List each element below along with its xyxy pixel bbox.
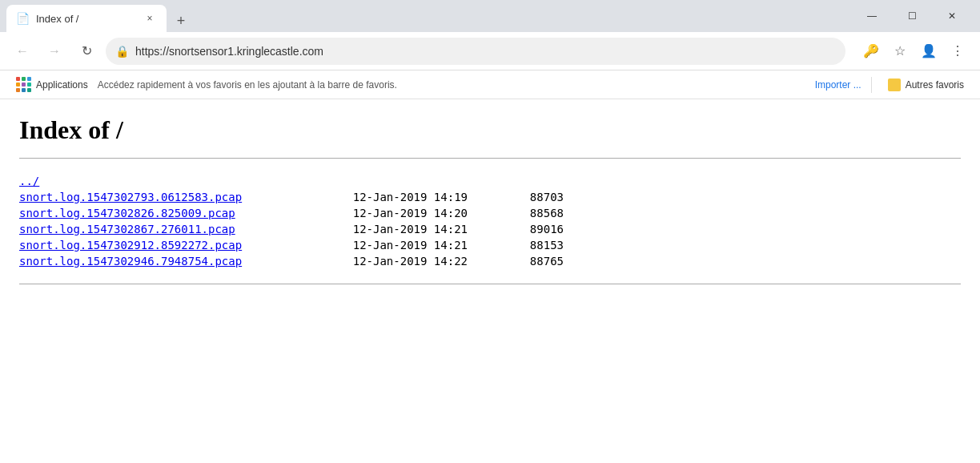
page-content: Index of / ../snort.log.1547302793.06125…	[0, 99, 980, 463]
key-icon[interactable]: 🔑	[858, 38, 884, 64]
applications-button[interactable]: Applications	[10, 74, 94, 95]
forward-button[interactable]: →	[42, 38, 67, 64]
file-size: 88568	[500, 207, 564, 219]
file-link[interactable]: snort.log.1547302826.825009.pcap	[19, 207, 323, 219]
file-link[interactable]: ../	[19, 175, 323, 187]
file-date: 12-Jan-2019 14:22	[323, 255, 500, 268]
window-controls: — ☐ ✕	[853, 4, 974, 28]
page-title: Index of /	[19, 115, 961, 145]
tab-favicon-icon: 📄	[16, 12, 30, 25]
file-link[interactable]: snort.log.1547302867.276011.pcap	[19, 223, 323, 236]
back-button[interactable]: ←	[10, 38, 35, 64]
table-row: snort.log.1547302946.7948754.pcap12-Jan-…	[19, 255, 961, 268]
file-size: 88765	[500, 255, 564, 268]
file-link[interactable]: snort.log.1547302793.0612583.pcap	[19, 191, 323, 203]
menu-icon[interactable]: ⋮	[945, 38, 970, 64]
profile-icon[interactable]: 👤	[916, 38, 942, 64]
active-tab[interactable]: 📄 Index of / ×	[6, 5, 167, 32]
file-date: 12-Jan-2019 14:21	[323, 239, 500, 252]
other-favorites-button[interactable]: Autres favoris	[882, 75, 970, 95]
tab-title: Index of /	[36, 13, 136, 25]
bookmarks-hint: Accédez rapidement à vos favoris en les …	[98, 79, 812, 91]
file-size: 88153	[500, 239, 564, 252]
titlebar: 📄 Index of / × + — ☐ ✕	[0, 0, 980, 32]
lock-icon: 🔒	[115, 45, 129, 58]
file-size: 88703	[500, 191, 564, 203]
bookmarks-divider	[871, 77, 872, 93]
table-row: snort.log.1547302826.825009.pcap12-Jan-2…	[19, 207, 961, 219]
table-row: snort.log.1547302912.8592272.pcap12-Jan-…	[19, 239, 961, 252]
top-divider	[19, 158, 961, 159]
star-icon[interactable]: ☆	[887, 38, 913, 64]
table-row: ../	[19, 175, 961, 187]
url-actions: 🔑 ☆ 👤 ⋮	[858, 38, 970, 64]
file-size: 89016	[500, 223, 564, 236]
table-row: snort.log.1547302867.276011.pcap12-Jan-2…	[19, 223, 961, 236]
file-date: 12-Jan-2019 14:21	[323, 223, 500, 236]
table-row: snort.log.1547302793.0612583.pcap12-Jan-…	[19, 191, 961, 203]
bottom-divider	[19, 284, 961, 284]
file-link[interactable]: snort.log.1547302912.8592272.pcap	[19, 239, 323, 252]
close-button[interactable]: ✕	[934, 4, 970, 28]
other-favorites-label: Autres favoris	[906, 79, 964, 91]
file-link[interactable]: snort.log.1547302946.7948754.pcap	[19, 255, 323, 268]
file-date: 12-Jan-2019 14:19	[323, 191, 500, 203]
bookmarks-bar: Applications Accédez rapidement à vos fa…	[0, 70, 980, 99]
url-bar[interactable]: 🔒 https://snortsensor1.kringlecastle.com	[106, 38, 845, 65]
folder-icon	[888, 79, 901, 91]
apps-grid-icon	[16, 77, 31, 92]
restore-button[interactable]: ☐	[894, 4, 930, 28]
tab-close-button[interactable]: ×	[143, 11, 157, 26]
minimize-button[interactable]: —	[853, 4, 890, 28]
refresh-button[interactable]: ↻	[74, 38, 99, 64]
tab-area: 📄 Index of / × +	[6, 0, 853, 32]
file-date: 12-Jan-2019 14:20	[323, 207, 500, 219]
url-text: https://snortsensor1.kringlecastle.com	[135, 45, 836, 58]
applications-label: Applications	[36, 79, 88, 91]
file-listing: ../snort.log.1547302793.0612583.pcap12-J…	[19, 165, 961, 277]
new-tab-button[interactable]: +	[170, 10, 192, 32]
address-bar: ← → ↻ 🔒 https://snortsensor1.kringlecast…	[0, 32, 980, 70]
import-link[interactable]: Importer ...	[815, 79, 862, 91]
